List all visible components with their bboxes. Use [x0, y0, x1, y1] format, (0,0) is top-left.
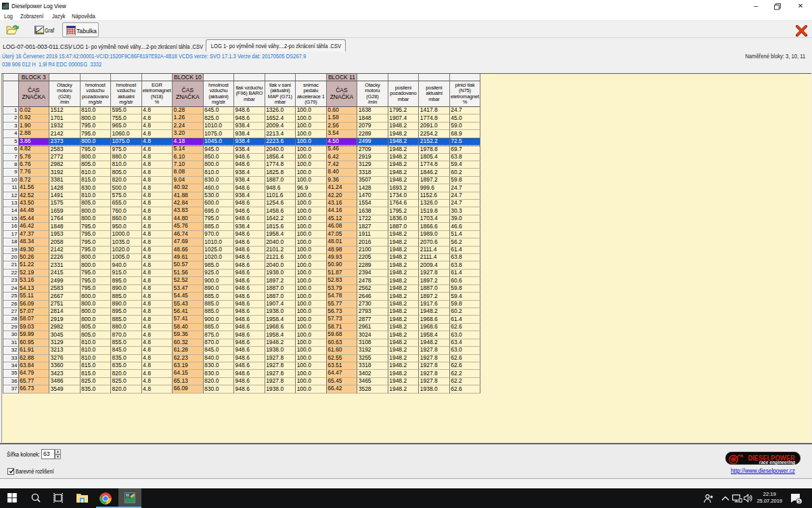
svg-text:5: 5: [798, 499, 800, 504]
